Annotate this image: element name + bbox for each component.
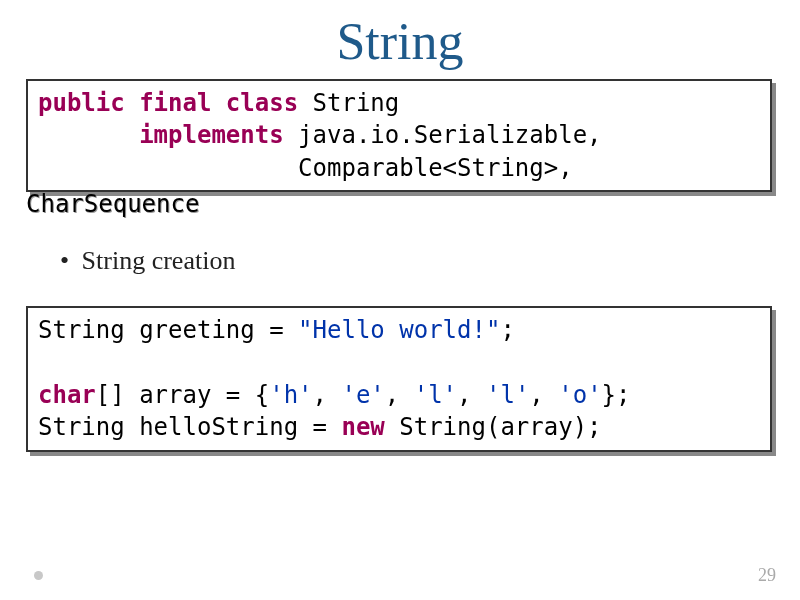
code-text: String helloString =	[38, 413, 341, 441]
page-number: 29	[758, 565, 776, 586]
decorative-dot-icon	[34, 571, 43, 580]
char-literal: 'e'	[341, 381, 384, 409]
slide-title: String	[0, 0, 800, 79]
keyword-public: public	[38, 89, 125, 117]
iface-comparable: Comparable<String>,	[298, 154, 573, 182]
char-literal: 'l'	[414, 381, 457, 409]
keyword-class: class	[226, 89, 298, 117]
class-declaration-code: public final class String implements jav…	[26, 79, 772, 192]
char-literal: 'h'	[269, 381, 312, 409]
code-text: };	[602, 381, 631, 409]
string-literal: "Hello world!"	[298, 316, 500, 344]
code-text: ;	[500, 316, 514, 344]
code-text: String(array);	[385, 413, 602, 441]
iface-serializable: java.io.Serializable,	[298, 121, 601, 149]
keyword-implements: implements	[139, 121, 284, 149]
code-text: String greeting =	[38, 316, 298, 344]
char-literal: 'o'	[558, 381, 601, 409]
string-creation-code: String greeting = "Hello world!"; char[]…	[26, 306, 772, 452]
keyword-final: final	[139, 89, 211, 117]
char-literal: 'l'	[486, 381, 529, 409]
keyword-new: new	[341, 413, 384, 441]
keyword-char: char	[38, 381, 96, 409]
code-text: [] array = {	[96, 381, 269, 409]
overflow-charsequence: CharSequence	[26, 190, 800, 218]
bullet-string-creation: String creation	[60, 246, 800, 276]
class-name: String	[313, 89, 400, 117]
